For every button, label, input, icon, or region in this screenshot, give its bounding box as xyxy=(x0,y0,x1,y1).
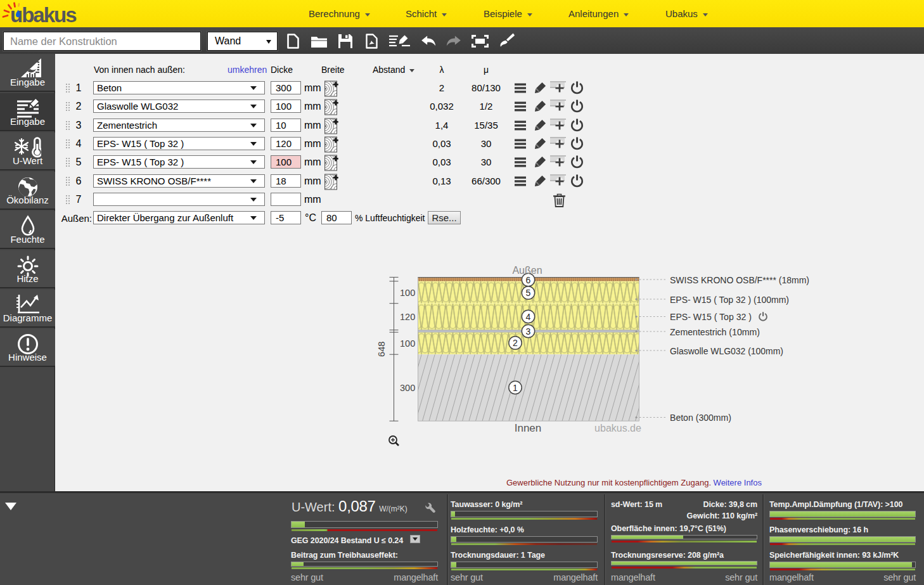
svg-text:120: 120 xyxy=(400,312,415,322)
svg-text:648: 648 xyxy=(377,342,387,357)
svg-text:Glaswolle WLG032 (100mm): Glaswolle WLG032 (100mm) xyxy=(670,345,783,356)
svg-text:EPS- W15 ( Top 32 ): EPS- W15 ( Top 32 ) xyxy=(670,311,752,322)
svg-text:Zementestrich (10mm): Zementestrich (10mm) xyxy=(670,326,760,337)
svg-text:5: 5 xyxy=(526,288,531,298)
svg-text:100: 100 xyxy=(400,338,415,349)
svg-text:6: 6 xyxy=(526,275,531,285)
svg-text:Innen: Innen xyxy=(515,422,542,434)
svg-text:EPS- W15 ( Top 32 ) (100mm): EPS- W15 ( Top 32 ) (100mm) xyxy=(670,294,789,305)
svg-text:ubakus.de: ubakus.de xyxy=(594,423,641,434)
svg-text:300: 300 xyxy=(400,383,415,393)
svg-text:4: 4 xyxy=(526,312,531,322)
svg-text:Außen: Außen xyxy=(512,265,542,276)
svg-text:3: 3 xyxy=(526,326,531,337)
svg-text:SWISS KRONO OSB/F**** (18mm): SWISS KRONO OSB/F**** (18mm) xyxy=(670,274,809,285)
svg-text:1: 1 xyxy=(513,383,518,393)
svg-text:Beton (300mm): Beton (300mm) xyxy=(670,412,731,423)
svg-text:2: 2 xyxy=(513,338,518,348)
svg-text:100: 100 xyxy=(400,288,415,298)
